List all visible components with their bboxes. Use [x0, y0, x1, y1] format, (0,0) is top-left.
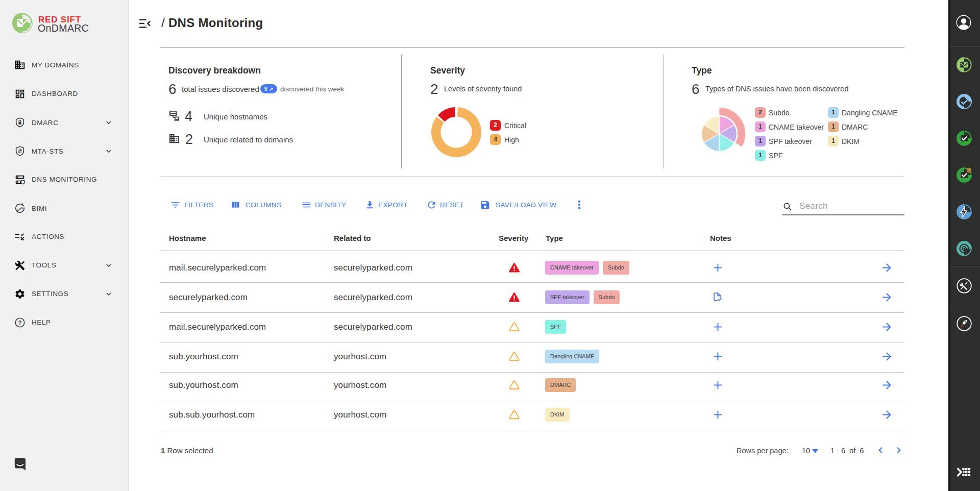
- svg-text:LOGO: LOGO: [16, 206, 26, 211]
- svg-text:?: ?: [18, 320, 22, 326]
